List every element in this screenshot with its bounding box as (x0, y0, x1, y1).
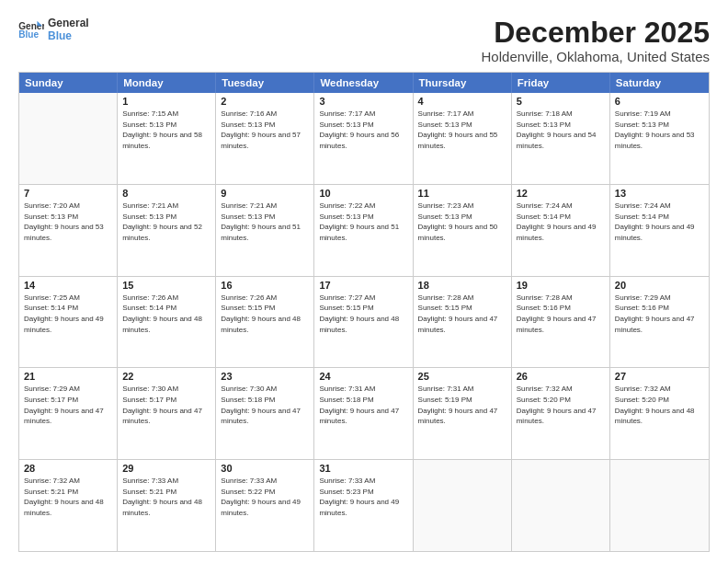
header: General Blue General Blue December 2025 … (18, 17, 710, 64)
day-info: Sunrise: 7:28 AMSunset: 5:15 PMDaylight:… (418, 293, 506, 335)
day-number: 25 (418, 371, 506, 382)
calendar-header-cell: Friday (512, 73, 610, 93)
logo-icon: General Blue (18, 19, 44, 40)
day-info: Sunrise: 7:21 AMSunset: 5:13 PMDaylight:… (221, 201, 309, 243)
calendar-cell: 7Sunrise: 7:20 AMSunset: 5:13 PMDaylight… (19, 185, 118, 276)
calendar-cell (19, 93, 118, 184)
day-info: Sunrise: 7:19 AMSunset: 5:13 PMDaylight:… (615, 109, 704, 151)
calendar-cell: 3Sunrise: 7:17 AMSunset: 5:13 PMDaylight… (314, 93, 413, 184)
calendar-cell: 6Sunrise: 7:19 AMSunset: 5:13 PMDaylight… (610, 93, 709, 184)
day-info: Sunrise: 7:21 AMSunset: 5:13 PMDaylight:… (122, 201, 210, 243)
day-number: 28 (24, 463, 112, 474)
day-number: 5 (517, 96, 605, 107)
calendar: SundayMondayTuesdayWednesdayThursdayFrid… (18, 72, 710, 552)
calendar-header: SundayMondayTuesdayWednesdayThursdayFrid… (19, 73, 709, 93)
calendar-cell: 10Sunrise: 7:22 AMSunset: 5:13 PMDayligh… (314, 185, 413, 276)
logo-general: General (48, 17, 89, 29)
calendar-cell: 12Sunrise: 7:24 AMSunset: 5:14 PMDayligh… (512, 185, 610, 276)
day-info: Sunrise: 7:15 AMSunset: 5:13 PMDaylight:… (122, 109, 210, 151)
day-number: 11 (418, 188, 506, 199)
day-info: Sunrise: 7:24 AMSunset: 5:14 PMDaylight:… (615, 201, 704, 243)
day-info: Sunrise: 7:33 AMSunset: 5:21 PMDaylight:… (122, 476, 210, 518)
calendar-header-cell: Tuesday (216, 73, 314, 93)
calendar-header-cell: Saturday (610, 73, 709, 93)
calendar-body: 1Sunrise: 7:15 AMSunset: 5:13 PMDaylight… (19, 93, 709, 551)
calendar-cell: 13Sunrise: 7:24 AMSunset: 5:14 PMDayligh… (610, 185, 709, 276)
calendar-row: 1Sunrise: 7:15 AMSunset: 5:13 PMDaylight… (19, 93, 709, 185)
page-subtitle: Holdenville, Oklahoma, United States (482, 49, 710, 64)
day-number: 14 (24, 280, 112, 291)
calendar-cell: 16Sunrise: 7:26 AMSunset: 5:15 PMDayligh… (216, 277, 314, 368)
day-number: 4 (418, 96, 506, 107)
calendar-cell: 22Sunrise: 7:30 AMSunset: 5:17 PMDayligh… (118, 368, 216, 459)
calendar-cell: 8Sunrise: 7:21 AMSunset: 5:13 PMDaylight… (118, 185, 216, 276)
day-number: 20 (615, 280, 704, 291)
day-number: 22 (122, 371, 210, 382)
day-number: 15 (122, 280, 210, 291)
day-info: Sunrise: 7:17 AMSunset: 5:13 PMDaylight:… (418, 109, 506, 151)
day-number: 7 (24, 188, 112, 199)
calendar-cell: 29Sunrise: 7:33 AMSunset: 5:21 PMDayligh… (118, 460, 216, 551)
calendar-cell: 2Sunrise: 7:16 AMSunset: 5:13 PMDaylight… (216, 93, 314, 184)
day-info: Sunrise: 7:32 AMSunset: 5:20 PMDaylight:… (517, 384, 605, 426)
day-info: Sunrise: 7:22 AMSunset: 5:13 PMDaylight:… (319, 201, 407, 243)
calendar-cell: 19Sunrise: 7:28 AMSunset: 5:16 PMDayligh… (512, 277, 610, 368)
calendar-cell: 9Sunrise: 7:21 AMSunset: 5:13 PMDaylight… (216, 185, 314, 276)
day-number: 31 (319, 463, 407, 474)
day-info: Sunrise: 7:29 AMSunset: 5:16 PMDaylight:… (615, 293, 704, 335)
calendar-cell: 17Sunrise: 7:27 AMSunset: 5:15 PMDayligh… (314, 277, 413, 368)
calendar-cell: 21Sunrise: 7:29 AMSunset: 5:17 PMDayligh… (19, 368, 118, 459)
calendar-header-cell: Sunday (19, 73, 118, 93)
calendar-row: 14Sunrise: 7:25 AMSunset: 5:14 PMDayligh… (19, 277, 709, 369)
day-info: Sunrise: 7:32 AMSunset: 5:20 PMDaylight:… (615, 384, 704, 426)
day-info: Sunrise: 7:29 AMSunset: 5:17 PMDaylight:… (24, 384, 112, 426)
day-info: Sunrise: 7:33 AMSunset: 5:22 PMDaylight:… (221, 476, 309, 518)
day-info: Sunrise: 7:32 AMSunset: 5:21 PMDaylight:… (24, 476, 112, 518)
day-number: 2 (221, 96, 309, 107)
calendar-row: 7Sunrise: 7:20 AMSunset: 5:13 PMDaylight… (19, 185, 709, 277)
day-number: 3 (319, 96, 407, 107)
calendar-cell: 15Sunrise: 7:26 AMSunset: 5:14 PMDayligh… (118, 277, 216, 368)
day-number: 13 (615, 188, 704, 199)
day-info: Sunrise: 7:27 AMSunset: 5:15 PMDaylight:… (319, 293, 407, 335)
calendar-cell: 31Sunrise: 7:33 AMSunset: 5:23 PMDayligh… (314, 460, 413, 551)
calendar-cell: 14Sunrise: 7:25 AMSunset: 5:14 PMDayligh… (19, 277, 118, 368)
page-title: December 2025 (482, 17, 710, 49)
day-number: 24 (319, 371, 407, 382)
logo: General Blue General Blue (18, 17, 89, 43)
day-number: 21 (24, 371, 112, 382)
day-info: Sunrise: 7:26 AMSunset: 5:15 PMDaylight:… (221, 293, 309, 335)
page: General Blue General Blue December 2025 … (0, 0, 728, 563)
calendar-header-cell: Monday (118, 73, 216, 93)
title-area: December 2025 Holdenville, Oklahoma, Uni… (482, 17, 710, 64)
day-number: 16 (221, 280, 309, 291)
calendar-cell: 30Sunrise: 7:33 AMSunset: 5:22 PMDayligh… (216, 460, 314, 551)
calendar-cell: 25Sunrise: 7:31 AMSunset: 5:19 PMDayligh… (414, 368, 512, 459)
calendar-header-cell: Thursday (414, 73, 512, 93)
day-info: Sunrise: 7:26 AMSunset: 5:14 PMDaylight:… (122, 293, 210, 335)
day-number: 10 (319, 188, 407, 199)
day-number: 19 (517, 280, 605, 291)
calendar-row: 21Sunrise: 7:29 AMSunset: 5:17 PMDayligh… (19, 368, 709, 460)
svg-text:Blue: Blue (18, 30, 39, 40)
calendar-cell: 11Sunrise: 7:23 AMSunset: 5:13 PMDayligh… (414, 185, 512, 276)
day-number: 18 (418, 280, 506, 291)
calendar-cell: 28Sunrise: 7:32 AMSunset: 5:21 PMDayligh… (19, 460, 118, 551)
calendar-cell (512, 460, 610, 551)
day-info: Sunrise: 7:24 AMSunset: 5:14 PMDaylight:… (517, 201, 605, 243)
day-info: Sunrise: 7:30 AMSunset: 5:17 PMDaylight:… (122, 384, 210, 426)
day-number: 6 (615, 96, 704, 107)
day-info: Sunrise: 7:33 AMSunset: 5:23 PMDaylight:… (319, 476, 407, 518)
calendar-row: 28Sunrise: 7:32 AMSunset: 5:21 PMDayligh… (19, 460, 709, 551)
day-number: 23 (221, 371, 309, 382)
day-number: 26 (517, 371, 605, 382)
day-info: Sunrise: 7:23 AMSunset: 5:13 PMDaylight:… (418, 201, 506, 243)
calendar-cell (610, 460, 709, 551)
calendar-cell: 5Sunrise: 7:18 AMSunset: 5:13 PMDaylight… (512, 93, 610, 184)
day-info: Sunrise: 7:20 AMSunset: 5:13 PMDaylight:… (24, 201, 112, 243)
day-number: 29 (122, 463, 210, 474)
day-number: 30 (221, 463, 309, 474)
calendar-header-cell: Wednesday (314, 73, 413, 93)
day-info: Sunrise: 7:31 AMSunset: 5:18 PMDaylight:… (319, 384, 407, 426)
day-number: 27 (615, 371, 704, 382)
